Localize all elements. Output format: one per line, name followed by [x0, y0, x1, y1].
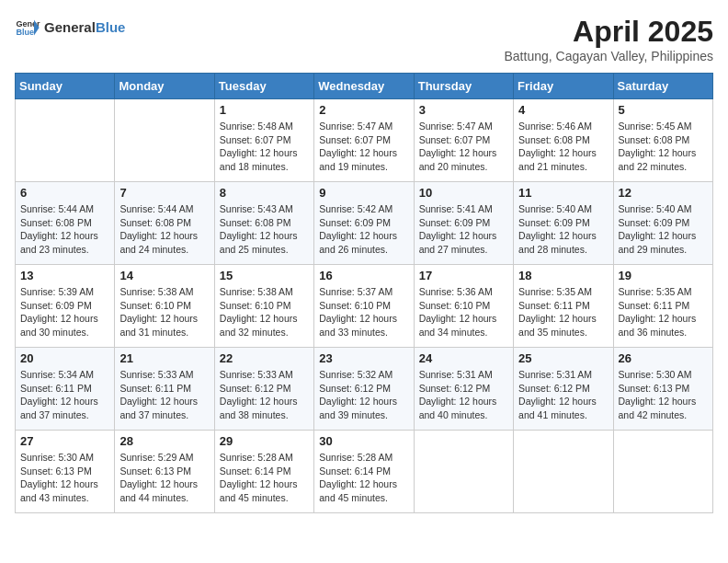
day-number: 29	[220, 434, 309, 448]
day-number: 3	[419, 103, 508, 117]
table-row: 21Sunrise: 5:33 AMSunset: 6:11 PMDayligh…	[115, 348, 214, 431]
day-detail: Sunrise: 5:47 AMSunset: 6:07 PMDaylight:…	[319, 120, 408, 174]
table-row: 20Sunrise: 5:34 AMSunset: 6:11 PMDayligh…	[16, 348, 115, 431]
day-number: 4	[518, 103, 608, 117]
day-number: 18	[518, 269, 608, 282]
calendar-header-row: Sunday Monday Tuesday Wednesday Thursday…	[16, 74, 713, 99]
day-detail: Sunrise: 5:47 AMSunset: 6:07 PMDaylight:…	[419, 120, 508, 174]
col-friday: Friday	[514, 74, 613, 99]
day-number: 9	[319, 186, 408, 200]
day-detail: Sunrise: 5:31 AMSunset: 6:12 PMDaylight:…	[419, 368, 508, 422]
title-area: April 2025 Battung, Cagayan Valley, Phil…	[504, 15, 713, 63]
day-detail: Sunrise: 5:44 AMSunset: 6:08 PMDaylight:…	[119, 202, 209, 257]
day-number: 14	[119, 269, 209, 282]
table-row: 28Sunrise: 5:29 AMSunset: 6:13 PMDayligh…	[115, 431, 214, 513]
calendar-week-row: 1Sunrise: 5:48 AMSunset: 6:07 PMDaylight…	[16, 99, 713, 182]
day-detail: Sunrise: 5:33 AMSunset: 6:12 PMDaylight:…	[220, 368, 309, 422]
day-detail: Sunrise: 5:46 AMSunset: 6:08 PMDaylight:…	[518, 120, 608, 174]
table-row: 30Sunrise: 5:28 AMSunset: 6:14 PMDayligh…	[314, 431, 414, 513]
col-wednesday: Wednesday	[314, 74, 414, 99]
day-detail: Sunrise: 5:34 AMSunset: 6:11 PMDaylight:…	[20, 368, 109, 422]
day-number: 13	[20, 269, 109, 282]
day-detail: Sunrise: 5:35 AMSunset: 6:11 PMDaylight:…	[518, 285, 608, 339]
table-row	[613, 431, 712, 513]
table-row: 8Sunrise: 5:43 AMSunset: 6:08 PMDaylight…	[214, 182, 313, 265]
table-row: 7Sunrise: 5:44 AMSunset: 6:08 PMDaylight…	[115, 182, 214, 265]
day-number: 15	[220, 269, 309, 282]
day-number: 26	[619, 351, 708, 365]
calendar-week-row: 13Sunrise: 5:39 AMSunset: 6:09 PMDayligh…	[16, 265, 713, 348]
day-number: 20	[20, 351, 109, 365]
table-row: 17Sunrise: 5:36 AMSunset: 6:10 PMDayligh…	[414, 265, 513, 348]
day-detail: Sunrise: 5:45 AMSunset: 6:08 PMDaylight:…	[619, 120, 708, 174]
day-detail: Sunrise: 5:32 AMSunset: 6:12 PMDaylight:…	[319, 368, 408, 422]
logo-icon: General Blue	[15, 15, 40, 40]
day-detail: Sunrise: 5:31 AMSunset: 6:12 PMDaylight:…	[518, 368, 608, 422]
table-row: 16Sunrise: 5:37 AMSunset: 6:10 PMDayligh…	[314, 265, 414, 348]
day-detail: Sunrise: 5:42 AMSunset: 6:09 PMDaylight:…	[319, 202, 408, 257]
day-number: 25	[518, 351, 608, 365]
table-row: 18Sunrise: 5:35 AMSunset: 6:11 PMDayligh…	[514, 265, 613, 348]
day-number: 2	[319, 103, 408, 117]
table-row: 9Sunrise: 5:42 AMSunset: 6:09 PMDaylight…	[314, 182, 414, 265]
table-row: 12Sunrise: 5:40 AMSunset: 6:09 PMDayligh…	[613, 182, 712, 265]
table-row: 19Sunrise: 5:35 AMSunset: 6:11 PMDayligh…	[613, 265, 712, 348]
day-number: 30	[319, 434, 408, 448]
day-number: 7	[119, 186, 209, 200]
day-detail: Sunrise: 5:41 AMSunset: 6:09 PMDaylight:…	[419, 202, 508, 257]
calendar-table: Sunday Monday Tuesday Wednesday Thursday…	[15, 73, 713, 513]
day-number: 12	[619, 186, 708, 200]
day-detail: Sunrise: 5:35 AMSunset: 6:11 PMDaylight:…	[619, 285, 708, 339]
logo-general-text: General	[44, 19, 96, 35]
table-row	[115, 99, 214, 182]
day-number: 19	[619, 269, 708, 282]
table-row: 22Sunrise: 5:33 AMSunset: 6:12 PMDayligh…	[214, 348, 313, 431]
day-number: 1	[220, 103, 309, 117]
col-thursday: Thursday	[414, 74, 513, 99]
col-saturday: Saturday	[613, 74, 712, 99]
day-detail: Sunrise: 5:38 AMSunset: 6:10 PMDaylight:…	[119, 285, 209, 339]
col-monday: Monday	[115, 74, 214, 99]
day-detail: Sunrise: 5:28 AMSunset: 6:14 PMDaylight:…	[319, 451, 408, 505]
day-detail: Sunrise: 5:39 AMSunset: 6:09 PMDaylight:…	[20, 285, 109, 339]
calendar-week-row: 20Sunrise: 5:34 AMSunset: 6:11 PMDayligh…	[16, 348, 713, 431]
day-number: 23	[319, 351, 408, 365]
svg-text:Blue: Blue	[16, 28, 34, 37]
month-title: April 2025	[504, 15, 713, 49]
col-tuesday: Tuesday	[214, 74, 313, 99]
logo: General Blue GeneralBlue	[15, 15, 125, 40]
col-sunday: Sunday	[16, 74, 115, 99]
table-row: 15Sunrise: 5:38 AMSunset: 6:10 PMDayligh…	[214, 265, 313, 348]
day-number: 24	[419, 351, 508, 365]
day-detail: Sunrise: 5:40 AMSunset: 6:09 PMDaylight:…	[518, 202, 608, 257]
table-row: 6Sunrise: 5:44 AMSunset: 6:08 PMDaylight…	[16, 182, 115, 265]
table-row: 2Sunrise: 5:47 AMSunset: 6:07 PMDaylight…	[314, 99, 414, 182]
header: General Blue GeneralBlue April 2025 Batt…	[15, 15, 713, 63]
table-row	[514, 431, 613, 513]
day-detail: Sunrise: 5:43 AMSunset: 6:08 PMDaylight:…	[220, 202, 309, 257]
day-number: 6	[20, 186, 109, 200]
day-number: 5	[619, 103, 708, 117]
day-detail: Sunrise: 5:29 AMSunset: 6:13 PMDaylight:…	[119, 451, 209, 505]
table-row: 11Sunrise: 5:40 AMSunset: 6:09 PMDayligh…	[514, 182, 613, 265]
day-number: 11	[518, 186, 608, 200]
calendar-week-row: 6Sunrise: 5:44 AMSunset: 6:08 PMDaylight…	[16, 182, 713, 265]
day-detail: Sunrise: 5:33 AMSunset: 6:11 PMDaylight:…	[119, 368, 209, 422]
table-row: 13Sunrise: 5:39 AMSunset: 6:09 PMDayligh…	[16, 265, 115, 348]
location-title: Battung, Cagayan Valley, Philippines	[504, 49, 713, 63]
table-row: 3Sunrise: 5:47 AMSunset: 6:07 PMDaylight…	[414, 99, 513, 182]
day-detail: Sunrise: 5:40 AMSunset: 6:09 PMDaylight:…	[619, 202, 708, 257]
table-row: 4Sunrise: 5:46 AMSunset: 6:08 PMDaylight…	[514, 99, 613, 182]
day-detail: Sunrise: 5:44 AMSunset: 6:08 PMDaylight:…	[20, 202, 109, 257]
table-row: 26Sunrise: 5:30 AMSunset: 6:13 PMDayligh…	[613, 348, 712, 431]
day-number: 17	[419, 269, 508, 282]
table-row: 27Sunrise: 5:30 AMSunset: 6:13 PMDayligh…	[16, 431, 115, 513]
day-number: 10	[419, 186, 508, 200]
day-number: 8	[220, 186, 309, 200]
day-detail: Sunrise: 5:48 AMSunset: 6:07 PMDaylight:…	[220, 120, 309, 174]
day-detail: Sunrise: 5:36 AMSunset: 6:10 PMDaylight:…	[419, 285, 508, 339]
table-row	[16, 99, 115, 182]
table-row: 14Sunrise: 5:38 AMSunset: 6:10 PMDayligh…	[115, 265, 214, 348]
table-row: 23Sunrise: 5:32 AMSunset: 6:12 PMDayligh…	[314, 348, 414, 431]
day-number: 28	[119, 434, 209, 448]
